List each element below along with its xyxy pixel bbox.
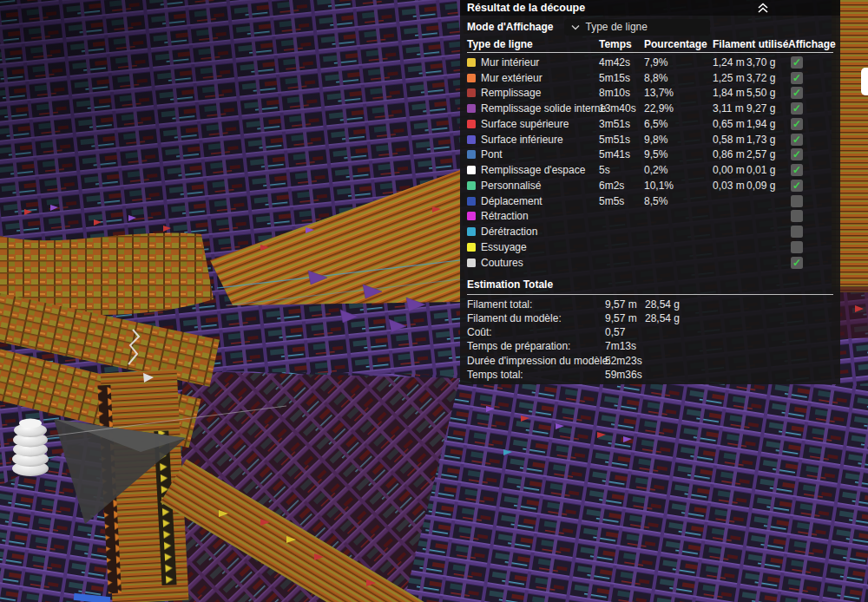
table-header: Type de ligne Temps Pourcentage Filament…	[467, 38, 833, 53]
totals-row: Temps total: 59m36s	[467, 368, 833, 382]
line-type-filament-g: 3,72 g	[746, 72, 791, 84]
line-type-label: Essuyage	[481, 241, 599, 253]
totals-label: Durée d'impression du modèle:	[467, 355, 611, 367]
totals-rows: Filament total: 9,57 m 28,54 g Filament …	[467, 298, 833, 383]
table-row: Pont 5m41s 9,5% 0,86 m 2,57 g	[460, 147, 840, 163]
line-type-color-swatch	[467, 58, 476, 67]
line-type-filament-m: 0,65 m	[713, 118, 746, 130]
line-type-label: Mur extérieur	[481, 72, 599, 84]
collapsed-side-tab[interactable]	[861, 68, 868, 95]
line-type-time: 5s	[599, 164, 644, 176]
line-type-color-swatch	[467, 243, 476, 252]
col-header-time: Temps	[599, 38, 632, 50]
totals-row: Temps de préparation: 7m13s	[467, 339, 833, 353]
line-type-filament-g: 0,01 g	[746, 164, 791, 176]
line-type-filament-m: 0,86 m	[713, 148, 746, 160]
line-type-filament-m: 3,11 m	[713, 102, 746, 115]
line-type-percent: 6,5%	[644, 118, 713, 130]
col-header-display: Affichage	[788, 38, 836, 50]
totals-section: Estimation Totale Filament total: 9,57 m…	[467, 278, 833, 383]
line-type-color-swatch	[467, 104, 476, 113]
totals-title: Estimation Totale	[467, 278, 833, 295]
display-checkbox[interactable]	[791, 118, 803, 130]
view-mode-label: Mode d'Affichage	[467, 21, 554, 33]
line-type-time: 3m51s	[599, 118, 644, 130]
line-type-color-swatch	[467, 258, 476, 267]
totals-label: Filament du modèle:	[467, 312, 562, 324]
line-type-color-swatch	[467, 88, 476, 97]
line-type-color-swatch	[467, 227, 476, 236]
totals-value-2: 28,54 g	[645, 298, 680, 311]
line-type-time: 13m40s	[599, 102, 644, 115]
display-checkbox[interactable]	[791, 87, 803, 99]
line-type-label: Surface supérieure	[481, 118, 599, 130]
line-type-label: Pont	[481, 148, 599, 160]
line-type-label: Rétraction	[481, 210, 599, 222]
line-type-time: 8m10s	[599, 87, 644, 99]
table-row: Essuyage	[460, 239, 840, 255]
line-type-filament-m: 0,00 m	[713, 164, 746, 176]
col-header-filament: Filament utilisé	[713, 38, 788, 50]
totals-row: Filament du modèle: 9,57 m 28,54 g	[467, 311, 833, 325]
line-type-color-swatch	[467, 197, 476, 206]
display-checkbox[interactable]	[791, 180, 803, 192]
totals-label: Temps de préparation:	[467, 340, 570, 352]
line-type-label: Remplissage	[481, 87, 599, 99]
line-type-label: Mur intérieur	[481, 56, 599, 69]
line-type-label: Remplissage d'espace	[481, 164, 599, 176]
line-type-filament-g: 5,50 g	[746, 87, 791, 99]
line-type-time: 5m41s	[599, 148, 644, 160]
collapse-panel-button[interactable]	[756, 2, 770, 14]
totals-row: Coût: 0,57	[467, 325, 833, 339]
line-type-filament-m: 1,25 m	[713, 72, 746, 84]
line-type-percent: 10,1%	[644, 180, 713, 192]
display-checkbox[interactable]	[791, 102, 803, 115]
line-type-percent: 8,5%	[644, 195, 713, 207]
totals-value-1: 7m13s	[605, 340, 636, 352]
line-type-filament-g: 3,70 g	[746, 56, 791, 69]
line-type-table: Mur intérieur 4m42s 7,9% 1,24 m 3,70 g M…	[460, 55, 840, 271]
totals-row: Durée d'impression du modèle: 52m23s	[467, 354, 833, 368]
table-row: Surface supérieure 3m51s 6,5% 0,65 m 1,9…	[460, 116, 840, 132]
line-type-percent: 7,9%	[644, 56, 713, 69]
line-type-time: 5m15s	[599, 72, 644, 84]
display-checkbox[interactable]	[791, 72, 803, 84]
display-checkbox[interactable]	[791, 210, 803, 222]
col-header-percent: Pourcentage	[644, 38, 707, 50]
line-type-label: Dérétraction	[481, 226, 599, 238]
slicer-preview-window: Résultat de la découpe Mode d'Affichage …	[0, 0, 868, 602]
line-type-color-swatch	[467, 120, 476, 128]
display-checkbox[interactable]	[791, 226, 803, 238]
display-checkbox[interactable]	[791, 56, 803, 69]
panel-title-bar: Résultat de la découpe	[460, 0, 840, 16]
line-type-filament-g: 2,57 g	[746, 148, 791, 160]
line-type-time: 5m5s	[599, 195, 644, 207]
line-type-time: 6m2s	[599, 180, 644, 192]
totals-value-2: 28,54 g	[645, 312, 680, 324]
spring-model	[12, 419, 49, 477]
line-type-filament-m: 0,03 m	[713, 180, 746, 192]
line-type-time: 5m51s	[599, 134, 644, 146]
line-type-filament-g: 9,27 g	[746, 102, 791, 115]
display-checkbox[interactable]	[791, 148, 803, 160]
line-type-filament-g: 0,09 g	[746, 180, 791, 192]
line-type-percent: 9,8%	[644, 134, 713, 146]
display-checkbox[interactable]	[791, 257, 803, 269]
view-mode-value: Type de ligne	[586, 21, 648, 33]
totals-label: Coût:	[467, 326, 492, 338]
slicing-result-panel: Résultat de la découpe Mode d'Affichage …	[460, 0, 840, 384]
display-checkbox[interactable]	[791, 134, 803, 146]
table-row: Remplissage solide interne 13m40s 22,9% …	[460, 101, 840, 116]
line-type-filament-m: 0,58 m	[713, 134, 746, 146]
display-checkbox[interactable]	[791, 195, 803, 207]
line-type-label: Déplacement	[481, 195, 599, 207]
totals-value-1: 9,57 m	[605, 298, 637, 311]
view-mode-select[interactable]: Type de ligne	[564, 19, 710, 36]
chevron-down-icon	[571, 24, 580, 30]
table-row: Dérétraction	[460, 224, 840, 239]
totals-value-1: 59m36s	[605, 369, 642, 381]
totals-label: Temps total:	[467, 369, 523, 381]
display-checkbox[interactable]	[791, 241, 803, 253]
line-type-filament-g: 1,73 g	[746, 134, 791, 146]
display-checkbox[interactable]	[791, 164, 803, 176]
